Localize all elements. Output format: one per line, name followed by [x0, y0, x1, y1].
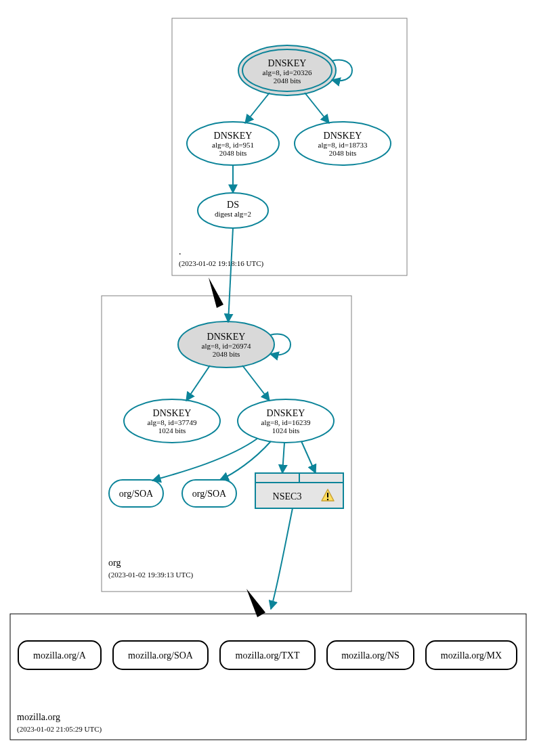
rr-a: mozilla.org/A — [18, 641, 101, 669]
soa1: org/SOA — [109, 480, 163, 507]
edge — [282, 443, 284, 473]
edge — [305, 93, 329, 123]
svg-point-37 — [327, 499, 328, 500]
dnskey-root-right: DNSKEY alg=8, id=18733 2048 bits — [295, 122, 391, 165]
rr-mx: mozilla.org/MX — [426, 641, 517, 669]
svg-text:mozilla.org/SOA: mozilla.org/SOA — [128, 650, 194, 661]
ds-node: DS digest alg=2 — [198, 193, 268, 228]
dnskey-org-right: DNSKEY alg=8, id=16239 1024 bits — [238, 399, 334, 443]
svg-text:1024 bits: 1024 bits — [158, 426, 186, 435]
dnssec-diagram: . (2023-01-02 19:18:16 UTC) DNSKEY alg=8… — [0, 0, 537, 756]
svg-text:mozilla.org/TXT: mozilla.org/TXT — [236, 650, 300, 661]
svg-text:alg=8, id=18733: alg=8, id=18733 — [318, 141, 368, 149]
dnskey-root-title: DNSKEY — [268, 58, 307, 68]
svg-text:org/SOA: org/SOA — [119, 489, 154, 499]
svg-text:DNSKEY: DNSKEY — [267, 408, 305, 418]
zone-root-label: . — [179, 246, 181, 257]
svg-text:alg=8, id=26974: alg=8, id=26974 — [202, 342, 251, 350]
soa2: org/SOA — [182, 480, 236, 507]
zone-root: . (2023-01-02 19:18:16 UTC) DNSKEY alg=8… — [172, 18, 407, 275]
svg-text:mozilla.org/NS: mozilla.org/NS — [341, 650, 400, 661]
svg-text:DNSKEY: DNSKEY — [207, 332, 246, 342]
svg-text:2048 bits: 2048 bits — [274, 76, 301, 85]
svg-text:mozilla.org/A: mozilla.org/A — [33, 650, 87, 661]
edge-nsec3-to-mozilla — [271, 508, 293, 609]
svg-rect-38 — [10, 614, 526, 740]
edge — [245, 93, 270, 123]
edge — [301, 441, 316, 473]
dnskey-org-left: DNSKEY alg=8, id=37749 1024 bits — [124, 399, 220, 443]
rr-soa: mozilla.org/SOA — [113, 641, 208, 669]
edge — [242, 365, 270, 401]
nsec3-box: NSEC3 — [255, 473, 343, 508]
svg-text:DS: DS — [227, 200, 239, 210]
svg-text:2048 bits: 2048 bits — [219, 149, 247, 157]
zone-org-time: (2023-01-02 19:39:13 UTC) — [108, 571, 194, 579]
zone-mozilla-time: (2023-01-02 21:05:29 UTC) — [17, 725, 102, 734]
svg-text:digest alg=2: digest alg=2 — [215, 210, 251, 218]
svg-text:1024 bits: 1024 bits — [272, 426, 300, 435]
svg-text:DNSKEY: DNSKEY — [153, 408, 192, 418]
zone-pointer-root-to-org — [209, 277, 223, 308]
svg-text:org/SOA: org/SOA — [192, 489, 227, 499]
svg-text:alg=8, id=20326: alg=8, id=20326 — [263, 68, 312, 76]
dnskey-org-root: DNSKEY alg=8, id=26974 2048 bits — [178, 321, 291, 368]
svg-text:2048 bits: 2048 bits — [329, 149, 357, 157]
svg-text:2048 bits: 2048 bits — [213, 350, 240, 358]
svg-text:DNSKEY: DNSKEY — [214, 131, 253, 141]
zone-org: org (2023-01-02 19:39:13 UTC) DNSKEY alg… — [102, 296, 351, 592]
zone-mozilla-label: mozilla.org — [17, 712, 60, 722]
svg-text:DNSKEY: DNSKEY — [324, 131, 362, 141]
nsec3-label: NSEC3 — [273, 491, 302, 502]
zone-mozilla: mozilla.org (2023-01-02 21:05:29 UTC) mo… — [10, 614, 526, 740]
svg-text:mozilla.org/MX: mozilla.org/MX — [441, 650, 502, 661]
svg-text:alg=8, id=951: alg=8, id=951 — [212, 141, 254, 149]
edge — [152, 439, 257, 481]
rr-txt: mozilla.org/TXT — [220, 641, 315, 669]
rr-ns: mozilla.org/NS — [327, 641, 414, 669]
edge — [186, 365, 210, 401]
dnskey-root-left: DNSKEY alg=8, id=951 2048 bits — [187, 122, 279, 165]
zone-root-time: (2023-01-02 19:18:16 UTC) — [179, 259, 264, 268]
svg-text:alg=8, id=16239: alg=8, id=16239 — [261, 418, 311, 426]
dnskey-root: DNSKEY alg=8, id=20326 2048 bits — [238, 45, 352, 95]
zone-org-label: org — [108, 558, 121, 568]
zone-pointer-org-to-mozilla — [246, 589, 265, 617]
svg-text:alg=8, id=37749: alg=8, id=37749 — [148, 418, 197, 426]
